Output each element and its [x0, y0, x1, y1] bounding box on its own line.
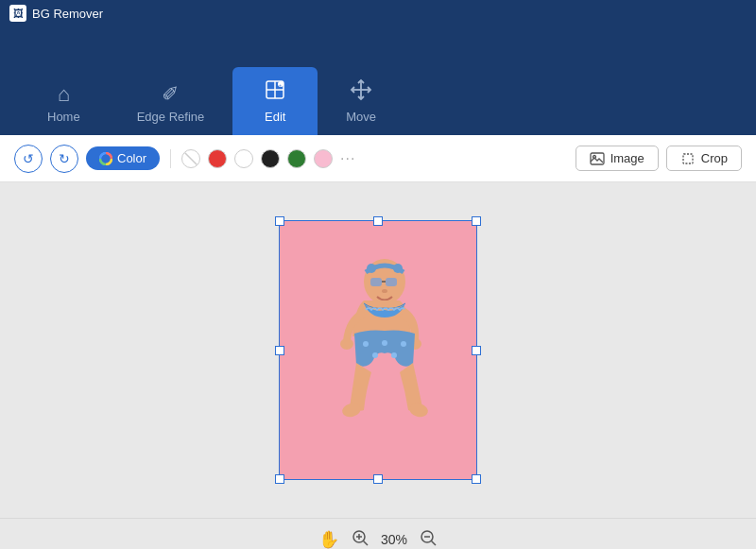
color-button[interactable]: Color: [86, 146, 160, 170]
color-swatch-black[interactable]: [261, 149, 280, 168]
edit-icon: +: [264, 78, 286, 105]
svg-point-19: [340, 338, 353, 350]
handle-bottom-right[interactable]: [472, 474, 481, 484]
svg-point-13: [367, 264, 376, 273]
toolbar-separator-1: [170, 149, 171, 168]
color-swatch-none[interactable]: [181, 149, 200, 168]
svg-point-24: [372, 352, 378, 358]
image-background: [280, 221, 476, 479]
window-title-bar: 🖼 BG Remover: [0, 0, 756, 26]
handle-middle-left[interactable]: [275, 346, 284, 355]
baby-figure: [317, 242, 439, 459]
home-icon: ⌂: [58, 84, 70, 105]
zoom-out-icon[interactable]: [419, 528, 438, 550]
color-swatch-white[interactable]: [234, 149, 253, 168]
svg-rect-11: [683, 154, 693, 163]
svg-point-23: [401, 341, 406, 347]
image-button[interactable]: Image: [576, 146, 659, 171]
crop-button[interactable]: Crop: [666, 146, 742, 171]
more-colors-button[interactable]: ···: [340, 150, 355, 167]
svg-point-18: [382, 289, 387, 293]
move-icon: [350, 78, 372, 105]
crop-icon: [680, 152, 696, 165]
handle-top-middle[interactable]: [373, 216, 383, 226]
svg-rect-16: [386, 278, 397, 286]
handle-bottom-left[interactable]: [275, 474, 284, 484]
image-icon: [590, 152, 605, 165]
nav-tabs: ⌂ Home ✐ Edge Refine + Edit: [9, 67, 747, 135]
tab-home-label: Home: [47, 110, 80, 124]
no-color-icon: [182, 150, 200, 168]
svg-point-25: [391, 352, 397, 358]
zoom-in-icon[interactable]: [351, 528, 369, 550]
handle-top-right[interactable]: [472, 216, 481, 226]
tab-move[interactable]: Move: [318, 67, 404, 135]
svg-point-21: [363, 341, 369, 347]
handle-top-left[interactable]: [275, 216, 284, 226]
svg-line-8: [184, 152, 199, 167]
tab-home[interactable]: ⌂ Home: [19, 73, 109, 135]
tab-edit-label: Edit: [265, 110, 285, 124]
svg-text:+: +: [279, 82, 282, 88]
crop-btn-label: Crop: [701, 151, 728, 165]
image-container[interactable]: [279, 220, 477, 480]
image-btn-label: Image: [610, 151, 644, 165]
zoom-bar: ✋ 30%: [0, 518, 756, 549]
tab-edge-refine-label: Edge Refine: [137, 110, 205, 124]
handle-bottom-middle[interactable]: [373, 474, 383, 484]
zoom-level-display: 30%: [381, 532, 407, 547]
app-title: BG Remover: [32, 7, 103, 21]
color-swatch-pink[interactable]: [314, 149, 333, 168]
svg-line-33: [432, 540, 437, 545]
toolbar: ↺ ↻ Color ··· Image Crop: [0, 135, 756, 182]
svg-point-14: [393, 264, 403, 273]
header: ⌂ Home ✐ Edge Refine + Edit: [0, 26, 756, 135]
undo-button[interactable]: ↺: [14, 145, 43, 173]
color-swatch-green[interactable]: [287, 149, 306, 168]
svg-point-22: [382, 340, 387, 346]
handle-middle-right[interactable]: [472, 346, 481, 355]
tab-move-label: Move: [346, 110, 376, 124]
svg-rect-15: [370, 278, 382, 286]
color-btn-label: Color: [117, 151, 146, 165]
tab-edge-refine[interactable]: ✐ Edge Refine: [109, 73, 233, 135]
pan-tool-icon[interactable]: ✋: [318, 529, 339, 549]
edge-refine-icon: ✐: [162, 84, 179, 105]
canvas-area: [0, 182, 756, 518]
color-wheel-icon: [99, 152, 112, 165]
svg-line-29: [363, 540, 368, 545]
redo-button[interactable]: ↻: [50, 145, 78, 173]
app-icon: 🖼: [9, 5, 26, 22]
tab-edit[interactable]: + Edit: [232, 67, 318, 135]
color-swatch-red[interactable]: [208, 149, 227, 168]
